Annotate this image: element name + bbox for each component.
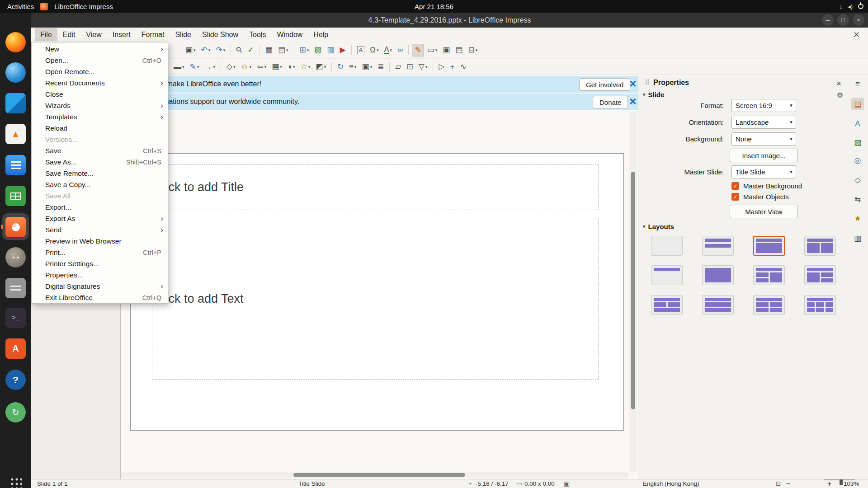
file-menu-item-digital-signatures[interactable]: Digital Signatures› xyxy=(32,281,168,292)
dropdown-caret-icon[interactable]: ▾ xyxy=(293,65,295,69)
zoom-in-button[interactable]: + xyxy=(827,479,831,488)
dropdown-caret-icon[interactable]: ▾ xyxy=(324,65,326,69)
tab-master-slides[interactable]: ▥ xyxy=(851,232,864,244)
vertical-scrollbar[interactable] xyxy=(629,111,637,472)
tab-styles[interactable]: A xyxy=(851,117,864,130)
help-icon[interactable]: ? xyxy=(5,370,26,390)
new-slide-button[interactable]: ▤ xyxy=(453,44,465,56)
shadow-button[interactable]: ▱ xyxy=(393,61,403,73)
master-slide-select[interactable]: Title Slide ▼ xyxy=(731,165,796,178)
menu-insert[interactable]: Insert xyxy=(107,28,136,41)
vscode-icon[interactable] xyxy=(5,93,26,113)
file-menu-item-recent-documents[interactable]: Recent Documents› xyxy=(32,77,168,89)
thunderbird-icon[interactable] xyxy=(5,62,26,83)
section-settings-icon[interactable]: ⚙ xyxy=(837,91,843,99)
file-menu-item-save-as[interactable]: Save As...Shift+Ctrl+S xyxy=(32,156,168,168)
file-menu-item-new[interactable]: New› xyxy=(32,43,168,55)
focused-app-name[interactable]: LibreOffice Impress xyxy=(54,3,113,10)
show-draw-functions-button[interactable]: ✎ xyxy=(412,44,424,56)
file-menu-item-export[interactable]: Export... xyxy=(32,202,168,213)
insert-table-button[interactable]: ⊞▾ xyxy=(297,44,311,56)
minimize-button[interactable]: ─ xyxy=(822,14,834,26)
dropdown-caret-icon[interactable]: ▾ xyxy=(193,48,196,52)
language-status[interactable]: English (Hong Kong) xyxy=(643,479,699,488)
file-menu-item-save[interactable]: SaveCtrl+S xyxy=(32,145,168,156)
menu-format[interactable]: Format xyxy=(136,28,170,41)
layout-content-over-content[interactable] xyxy=(702,295,734,315)
menu-file[interactable]: File xyxy=(35,28,57,41)
file-menu-item-properties[interactable]: Properties... xyxy=(32,269,168,281)
line-style-button[interactable]: ▬▾ xyxy=(171,61,187,73)
terminal-icon[interactable]: >_ xyxy=(5,308,26,328)
file-menu-item-print[interactable]: Print...Ctrl+P xyxy=(32,247,168,258)
backups-icon[interactable]: ↻ xyxy=(5,402,26,422)
font-color-button[interactable]: A▾ xyxy=(382,44,394,56)
menu-slide-show[interactable]: Slide Show xyxy=(197,28,244,41)
duplicate-slide-button[interactable]: ▣ xyxy=(440,44,452,56)
file-menu-item-save-remote[interactable]: Save Remote... xyxy=(32,168,168,179)
dropdown-caret-icon[interactable]: ▾ xyxy=(476,48,478,52)
dropdown-caret-icon[interactable]: ▾ xyxy=(250,65,252,69)
layout-content-2content[interactable] xyxy=(804,265,836,285)
vlc-icon[interactable]: ▲ xyxy=(5,124,26,144)
symbol-shapes-button[interactable]: ☺▾ xyxy=(238,61,254,73)
horizontal-scrollbar-thumb[interactable] xyxy=(293,473,465,477)
file-menu-item-export-as[interactable]: Export As› xyxy=(32,213,168,224)
title-placeholder[interactable]: Click to add Title xyxy=(152,164,599,210)
calc-icon[interactable] xyxy=(5,186,26,206)
tab-navigator[interactable]: ◎ xyxy=(851,154,864,167)
dropdown-caret-icon[interactable]: ▾ xyxy=(233,65,236,69)
sidebar-settings-icon[interactable]: ≡ xyxy=(851,78,864,90)
layout-centered-text[interactable] xyxy=(702,265,734,285)
insert-chart-button[interactable]: ▥ xyxy=(325,44,336,56)
layout-title-2content[interactable] xyxy=(804,236,836,256)
background-select[interactable]: None ▼ xyxy=(731,132,796,145)
close-document-icon[interactable]: ✕ xyxy=(853,30,860,40)
orientation-select[interactable]: Landscape ▼ xyxy=(731,116,796,129)
activities-button[interactable]: Activities xyxy=(7,3,34,10)
maximize-button[interactable]: □ xyxy=(837,14,849,26)
arrow-style-button[interactable]: →▾ xyxy=(202,61,217,73)
infobar-close-icon[interactable]: ✕ xyxy=(629,96,637,107)
layout-blank[interactable] xyxy=(651,236,683,256)
callout-shapes-button[interactable]: ◖▾ xyxy=(285,61,297,73)
paste-button[interactable]: ▣▾ xyxy=(183,44,198,56)
menu-window[interactable]: Window xyxy=(271,28,308,41)
writer-icon[interactable] xyxy=(5,155,26,175)
snap-guides-button[interactable]: ▤▾ xyxy=(276,44,291,56)
clock-menu[interactable]: Apr 21 18:56 xyxy=(415,3,453,10)
slide-section-header[interactable]: ▾ Slide xyxy=(643,91,664,99)
file-menu-item-send[interactable]: Send› xyxy=(32,224,168,235)
file-menu-item-open-remote[interactable]: Open Remote... xyxy=(32,66,168,77)
text-placeholder[interactable]: Click to add Text xyxy=(152,218,599,380)
sidebar-close-icon[interactable]: × xyxy=(836,79,841,89)
master-objects-checkbox[interactable]: ✓ Master Objects xyxy=(731,193,789,201)
zoom-out-button[interactable]: − xyxy=(786,479,790,488)
get-involved-button[interactable]: Get involved xyxy=(579,78,630,91)
dropdown-caret-icon[interactable]: ▾ xyxy=(425,65,428,69)
rotate-button[interactable]: ↻ xyxy=(335,61,346,73)
arrange-button[interactable]: ▣▾ xyxy=(360,61,375,73)
dropdown-caret-icon[interactable]: ▾ xyxy=(370,65,373,69)
firefox-icon[interactable] xyxy=(5,32,26,52)
layout-2content-over-content[interactable] xyxy=(651,295,683,315)
block-arrows-button[interactable]: ⇦▾ xyxy=(255,61,269,73)
distribute-button[interactable]: ≣ xyxy=(375,61,386,73)
display-grid-button[interactable]: ▦ xyxy=(263,44,275,56)
align-objects-button[interactable]: ≡▾ xyxy=(347,61,359,73)
crop-image-button[interactable]: ⊡ xyxy=(405,61,415,73)
zoom-percent[interactable]: 103% xyxy=(844,479,859,488)
app-grid-button[interactable] xyxy=(5,473,26,488)
dropdown-caret-icon[interactable]: ▾ xyxy=(377,48,379,52)
tab-shapes[interactable]: ◇ xyxy=(851,174,864,186)
chevron-down-icon[interactable]: ▼ xyxy=(787,120,796,125)
chevron-down-icon[interactable]: ▼ xyxy=(787,136,796,141)
ubuntu-software-icon[interactable]: A xyxy=(5,338,26,359)
close-button[interactable]: × xyxy=(853,14,864,26)
file-menu-item-exit[interactable]: Exit LibreOfficeCtrl+Q xyxy=(32,292,168,303)
layout-2content-content[interactable] xyxy=(753,265,785,285)
menu-slide[interactable]: Slide xyxy=(170,28,197,41)
special-character-button[interactable]: Ω▾ xyxy=(368,44,381,56)
layout-4content[interactable] xyxy=(753,295,785,315)
master-background-checkbox[interactable]: ✓ Master Background xyxy=(731,182,802,190)
